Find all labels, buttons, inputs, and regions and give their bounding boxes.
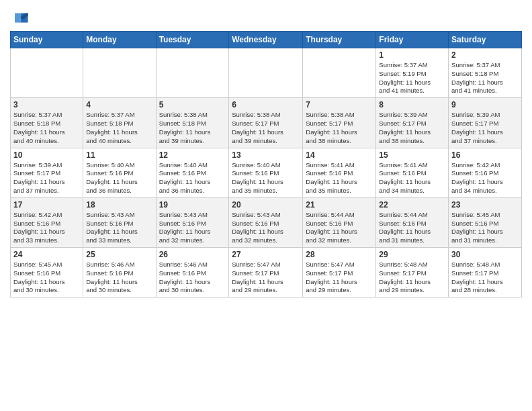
day-number: 23 — [451, 200, 519, 210]
day-info: Sunrise: 5:47 AM Sunset: 5:17 PM Dayligh… — [232, 261, 300, 295]
week-row-2: 3Sunrise: 5:37 AM Sunset: 5:18 PM Daylig… — [11, 98, 522, 148]
day-info: Sunrise: 5:37 AM Sunset: 5:18 PM Dayligh… — [451, 61, 519, 95]
day-info: Sunrise: 5:38 AM Sunset: 5:17 PM Dayligh… — [232, 111, 300, 145]
day-cell — [229, 48, 303, 98]
day-number: 22 — [379, 200, 445, 210]
day-cell — [303, 48, 376, 98]
day-cell: 1Sunrise: 5:37 AM Sunset: 5:19 PM Daylig… — [376, 48, 449, 98]
page-header — [10, 7, 522, 28]
day-info: Sunrise: 5:37 AM Sunset: 5:18 PM Dayligh… — [13, 111, 80, 145]
week-row-3: 10Sunrise: 5:39 AM Sunset: 5:17 PM Dayli… — [11, 148, 522, 197]
day-number: 14 — [306, 150, 373, 160]
day-number: 11 — [86, 150, 152, 160]
day-number: 16 — [451, 150, 519, 160]
day-cell: 2Sunrise: 5:37 AM Sunset: 5:18 PM Daylig… — [449, 48, 522, 98]
day-info: Sunrise: 5:37 AM Sunset: 5:19 PM Dayligh… — [379, 61, 445, 95]
svg-marker-2 — [15, 13, 20, 23]
day-cell: 10Sunrise: 5:39 AM Sunset: 5:17 PM Dayli… — [11, 148, 83, 197]
day-cell: 28Sunrise: 5:47 AM Sunset: 5:17 PM Dayli… — [303, 248, 376, 298]
day-number: 15 — [379, 150, 445, 160]
week-row-1: 1Sunrise: 5:37 AM Sunset: 5:19 PM Daylig… — [11, 48, 522, 98]
logo — [10, 9, 30, 28]
day-header-row: SundayMondayTuesdayWednesdayThursdayFrid… — [11, 32, 522, 48]
day-cell: 17Sunrise: 5:42 AM Sunset: 5:16 PM Dayli… — [11, 197, 83, 247]
day-info: Sunrise: 5:44 AM Sunset: 5:16 PM Dayligh… — [306, 211, 373, 245]
day-cell: 7Sunrise: 5:38 AM Sunset: 5:17 PM Daylig… — [303, 98, 376, 148]
day-cell: 25Sunrise: 5:46 AM Sunset: 5:16 PM Dayli… — [83, 248, 156, 298]
day-cell — [156, 48, 229, 98]
day-cell: 27Sunrise: 5:47 AM Sunset: 5:17 PM Dayli… — [229, 248, 303, 298]
day-info: Sunrise: 5:43 AM Sunset: 5:16 PM Dayligh… — [159, 211, 226, 245]
day-number: 4 — [86, 100, 152, 109]
day-header-friday: Friday — [376, 32, 449, 48]
day-number: 13 — [232, 150, 300, 160]
day-info: Sunrise: 5:38 AM Sunset: 5:17 PM Dayligh… — [306, 111, 373, 145]
day-number: 8 — [379, 100, 445, 109]
day-cell: 15Sunrise: 5:41 AM Sunset: 5:16 PM Dayli… — [376, 148, 449, 197]
day-cell: 12Sunrise: 5:40 AM Sunset: 5:16 PM Dayli… — [156, 148, 229, 197]
day-cell: 18Sunrise: 5:43 AM Sunset: 5:16 PM Dayli… — [83, 197, 156, 247]
day-header-thursday: Thursday — [303, 32, 376, 48]
day-info: Sunrise: 5:40 AM Sunset: 5:16 PM Dayligh… — [86, 161, 152, 195]
day-info: Sunrise: 5:41 AM Sunset: 5:16 PM Dayligh… — [306, 161, 373, 195]
day-cell — [83, 48, 156, 98]
day-info: Sunrise: 5:40 AM Sunset: 5:16 PM Dayligh… — [232, 161, 300, 195]
day-info: Sunrise: 5:39 AM Sunset: 5:17 PM Dayligh… — [451, 111, 519, 145]
day-cell: 22Sunrise: 5:44 AM Sunset: 5:16 PM Dayli… — [376, 197, 449, 247]
day-info: Sunrise: 5:39 AM Sunset: 5:17 PM Dayligh… — [379, 111, 445, 145]
day-cell: 13Sunrise: 5:40 AM Sunset: 5:16 PM Dayli… — [229, 148, 303, 197]
day-cell: 11Sunrise: 5:40 AM Sunset: 5:16 PM Dayli… — [83, 148, 156, 197]
day-info: Sunrise: 5:48 AM Sunset: 5:17 PM Dayligh… — [379, 261, 445, 295]
day-cell: 3Sunrise: 5:37 AM Sunset: 5:18 PM Daylig… — [11, 98, 83, 148]
day-number: 9 — [451, 100, 519, 109]
day-cell: 23Sunrise: 5:45 AM Sunset: 5:16 PM Dayli… — [449, 197, 522, 247]
day-info: Sunrise: 5:37 AM Sunset: 5:18 PM Dayligh… — [86, 111, 152, 145]
day-number: 29 — [379, 250, 445, 259]
day-number: 21 — [306, 200, 373, 210]
day-header-sunday: Sunday — [11, 32, 83, 48]
day-number: 12 — [159, 150, 226, 160]
day-cell: 16Sunrise: 5:42 AM Sunset: 5:16 PM Dayli… — [449, 148, 522, 197]
day-cell: 4Sunrise: 5:37 AM Sunset: 5:18 PM Daylig… — [83, 98, 156, 148]
day-info: Sunrise: 5:44 AM Sunset: 5:16 PM Dayligh… — [379, 211, 445, 245]
day-info: Sunrise: 5:48 AM Sunset: 5:17 PM Dayligh… — [451, 261, 519, 295]
day-number: 7 — [306, 100, 373, 109]
day-cell — [11, 48, 83, 98]
day-cell: 5Sunrise: 5:38 AM Sunset: 5:18 PM Daylig… — [156, 98, 229, 148]
day-number: 2 — [451, 50, 519, 60]
day-header-saturday: Saturday — [449, 32, 522, 48]
day-cell: 6Sunrise: 5:38 AM Sunset: 5:17 PM Daylig… — [229, 98, 303, 148]
day-info: Sunrise: 5:43 AM Sunset: 5:16 PM Dayligh… — [86, 211, 152, 245]
day-header-wednesday: Wednesday — [229, 32, 303, 48]
day-cell: 26Sunrise: 5:46 AM Sunset: 5:16 PM Dayli… — [156, 248, 229, 298]
day-number: 30 — [451, 250, 519, 259]
day-info: Sunrise: 5:38 AM Sunset: 5:18 PM Dayligh… — [159, 111, 226, 145]
day-info: Sunrise: 5:45 AM Sunset: 5:16 PM Dayligh… — [451, 211, 519, 245]
day-number: 25 — [86, 250, 152, 259]
day-number: 20 — [232, 200, 300, 210]
day-info: Sunrise: 5:42 AM Sunset: 5:16 PM Dayligh… — [13, 211, 80, 245]
day-info: Sunrise: 5:40 AM Sunset: 5:16 PM Dayligh… — [159, 161, 226, 195]
day-number: 17 — [13, 200, 80, 210]
day-number: 18 — [86, 200, 152, 210]
day-info: Sunrise: 5:41 AM Sunset: 5:16 PM Dayligh… — [379, 161, 445, 195]
day-info: Sunrise: 5:46 AM Sunset: 5:16 PM Dayligh… — [86, 261, 152, 295]
calendar-table: SundayMondayTuesdayWednesdayThursdayFrid… — [10, 31, 522, 298]
day-info: Sunrise: 5:43 AM Sunset: 5:16 PM Dayligh… — [232, 211, 300, 245]
day-cell: 29Sunrise: 5:48 AM Sunset: 5:17 PM Dayli… — [376, 248, 449, 298]
day-cell: 8Sunrise: 5:39 AM Sunset: 5:17 PM Daylig… — [376, 98, 449, 148]
day-number: 6 — [232, 100, 300, 109]
day-info: Sunrise: 5:39 AM Sunset: 5:17 PM Dayligh… — [13, 161, 80, 195]
day-number: 1 — [379, 50, 445, 60]
day-cell: 19Sunrise: 5:43 AM Sunset: 5:16 PM Dayli… — [156, 197, 229, 247]
day-number: 10 — [13, 150, 80, 160]
day-info: Sunrise: 5:42 AM Sunset: 5:16 PM Dayligh… — [451, 161, 519, 195]
day-info: Sunrise: 5:47 AM Sunset: 5:17 PM Dayligh… — [306, 261, 373, 295]
day-cell: 24Sunrise: 5:45 AM Sunset: 5:16 PM Dayli… — [11, 248, 83, 298]
day-number: 26 — [159, 250, 226, 259]
day-header-tuesday: Tuesday — [156, 32, 229, 48]
logo-icon — [10, 9, 29, 28]
day-number: 3 — [13, 100, 80, 109]
day-cell: 9Sunrise: 5:39 AM Sunset: 5:17 PM Daylig… — [449, 98, 522, 148]
week-row-4: 17Sunrise: 5:42 AM Sunset: 5:16 PM Dayli… — [11, 197, 522, 247]
